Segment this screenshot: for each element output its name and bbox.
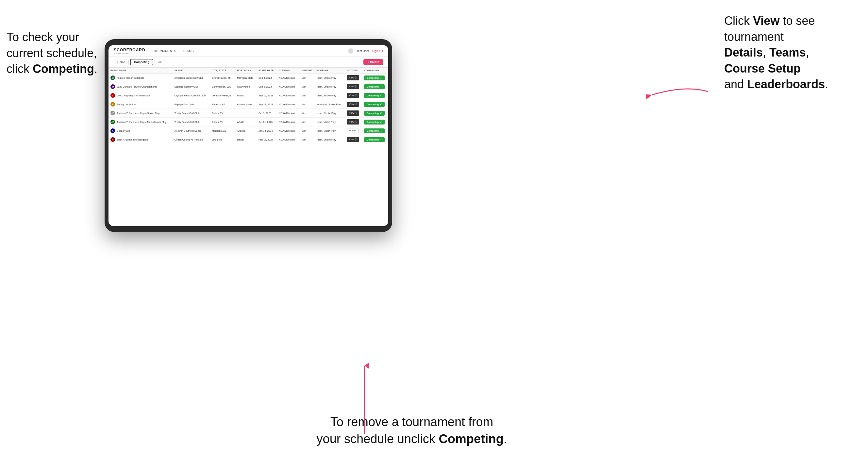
annotation-top-right: Click View to see tournament Details, Te… bbox=[724, 13, 862, 92]
logo-sub: Powered by clippi bbox=[114, 52, 146, 54]
cell-event-name: P Papago Individual bbox=[108, 100, 173, 109]
col-city-state: CITY, STATE bbox=[210, 68, 235, 73]
cell-start-date: Oct 11, 2023 bbox=[256, 118, 277, 126]
view-button[interactable]: View ⓘ bbox=[347, 119, 359, 125]
team-logo: I bbox=[111, 93, 115, 98]
table-row: H John A. Burns Intercollegiate Ocean Co… bbox=[108, 135, 388, 144]
cell-competing: Competing ✓ bbox=[362, 126, 388, 135]
cell-venue: American Dunes Golf Club bbox=[173, 73, 210, 82]
create-button[interactable]: + Create bbox=[364, 59, 383, 65]
cell-competing: Competing ✓ bbox=[362, 118, 388, 126]
cell-event-name: A Copper Cup bbox=[108, 126, 173, 135]
cell-event-name: W 2023 Sahalee Players Championship bbox=[108, 82, 173, 91]
cell-actions: View ⓘ bbox=[345, 82, 362, 91]
cell-competing: Competing ✓ bbox=[362, 109, 388, 118]
event-name-text: Papago Individual bbox=[117, 103, 136, 106]
cell-scoring: team, Stroke Play bbox=[315, 109, 345, 118]
cell-actions: View ⓘ bbox=[345, 91, 362, 100]
cell-city: Phoenix, AZ bbox=[210, 100, 235, 109]
tournaments-table: EVENT NAME VENUE CITY, STATE HOSTED BY S… bbox=[108, 68, 388, 144]
team-logo: JS bbox=[111, 111, 115, 115]
cell-actions: View ⓘ bbox=[345, 135, 362, 144]
view-button[interactable]: View ⓘ bbox=[347, 111, 359, 116]
competing-button[interactable]: Competing ✓ bbox=[364, 128, 385, 133]
sign-out-link[interactable]: Sign out bbox=[372, 49, 383, 53]
cell-venue: Ocean Course At Hokuala bbox=[173, 135, 210, 144]
logo-text: SCOREBOARD bbox=[114, 48, 146, 52]
cell-venue: Papago Golf Club bbox=[173, 100, 210, 109]
col-start-date: START DATE bbox=[256, 68, 277, 73]
cell-scoring: team, Stroke Play bbox=[315, 135, 345, 144]
annotation-bottom: To remove a tournament from your schedul… bbox=[281, 414, 542, 447]
table-row: I OFCC Fighting Illini Invitational Olym… bbox=[108, 91, 388, 100]
cell-city: Maricopa, AZ bbox=[210, 126, 235, 135]
competing-button[interactable]: Competing ✓ bbox=[364, 93, 385, 98]
team-logo: W bbox=[111, 84, 115, 89]
col-division: DIVISION bbox=[277, 68, 299, 73]
filter-tab-all[interactable]: All bbox=[155, 59, 165, 65]
view-button[interactable]: View ⓘ bbox=[347, 75, 359, 81]
cell-start-date: Oct 9, 2023 bbox=[256, 109, 277, 118]
view-button[interactable]: View ⓘ bbox=[347, 137, 359, 142]
competing-button[interactable]: Competing ✓ bbox=[364, 137, 385, 142]
cell-event-name: M Folds of Honor Collegiate bbox=[108, 73, 173, 82]
table-container: EVENT NAME VENUE CITY, STATE HOSTED BY S… bbox=[108, 68, 388, 226]
cell-gender: Men bbox=[300, 118, 315, 126]
table-row: JS Jackson T. Stephens Cup – Men's Match… bbox=[108, 118, 388, 126]
cell-hosted: Illinois bbox=[235, 91, 256, 100]
event-name-text: OFCC Fighting Illini Invitational bbox=[117, 94, 150, 97]
cell-gender: Men bbox=[300, 82, 315, 91]
cell-venue: Trinity Forest Golf Club bbox=[173, 109, 210, 118]
col-venue: VENUE bbox=[173, 68, 210, 73]
nav-teams[interactable]: TEAMS bbox=[183, 49, 194, 53]
team-logo: P bbox=[111, 102, 115, 106]
cell-start-date: Sep 15, 2023 bbox=[256, 91, 277, 100]
cell-city: Sammamish, WA bbox=[210, 82, 235, 91]
cell-venue: Ak-Chin Southern Dunes bbox=[173, 126, 210, 135]
team-logo: M bbox=[111, 75, 115, 80]
logo-area: SCOREBOARD Powered by clippi bbox=[114, 48, 146, 54]
filter-bar: Home Competing All + Create bbox=[108, 57, 388, 68]
filter-tab-home[interactable]: Home bbox=[114, 59, 129, 65]
col-scoring: SCORING bbox=[315, 68, 345, 73]
cell-event-name: JS Jackson T. Stephens Cup – Stroke Play bbox=[108, 109, 173, 118]
cell-gender: Men bbox=[300, 91, 315, 100]
cell-scoring: team, Stroke Play bbox=[315, 91, 345, 100]
view-button[interactable]: View ⓘ bbox=[347, 84, 359, 89]
cell-start-date: Sep 4, 2023 bbox=[256, 73, 277, 82]
cell-competing: Competing ✓ bbox=[362, 135, 388, 144]
arrow-view-btn bbox=[646, 79, 711, 104]
edit-button[interactable]: ✏ Edit bbox=[347, 128, 359, 133]
cell-scoring: team, Stroke Play bbox=[315, 73, 345, 82]
competing-button[interactable]: Competing ✓ bbox=[364, 111, 385, 116]
table-header-row: EVENT NAME VENUE CITY, STATE HOSTED BY S… bbox=[108, 68, 388, 73]
view-button[interactable]: View ⓘ bbox=[347, 102, 359, 107]
table-row: M Folds of Honor Collegiate American Dun… bbox=[108, 73, 388, 82]
nav-tournaments[interactable]: TOURNAMENTS bbox=[152, 49, 177, 53]
user-name: Test User bbox=[356, 49, 369, 53]
competing-button[interactable]: Competing ✓ bbox=[364, 102, 385, 107]
view-button[interactable]: View ⓘ bbox=[347, 93, 359, 98]
cell-division: NCAA Division I bbox=[277, 109, 299, 118]
nav-links: TOURNAMENTS TEAMS bbox=[152, 49, 348, 53]
team-logo: JS bbox=[111, 120, 115, 124]
nav-right: Test User Sign out bbox=[348, 49, 383, 54]
cell-city: Olympia Fields, IL bbox=[210, 91, 235, 100]
cell-competing: Competing ✓ bbox=[362, 73, 388, 82]
cell-scoring: team, Stroke Play bbox=[315, 82, 345, 91]
team-logo: H bbox=[111, 137, 115, 142]
user-icon bbox=[348, 49, 353, 54]
col-actions: ACTIONS bbox=[345, 68, 362, 73]
competing-button[interactable]: Competing ✓ bbox=[364, 84, 385, 89]
cell-hosted: ABAC bbox=[235, 118, 256, 126]
competing-button[interactable]: Competing ✓ bbox=[364, 75, 385, 81]
cell-division: NCAA Division I bbox=[277, 118, 299, 126]
filter-tab-competing[interactable]: Competing bbox=[130, 59, 153, 65]
cell-start-date: Sep 9, 2023 bbox=[256, 82, 277, 91]
cell-hosted: Washington bbox=[235, 82, 256, 91]
cell-event-name: H John A. Burns Intercollegiate bbox=[108, 135, 173, 144]
cell-gender: Men bbox=[300, 109, 315, 118]
competing-button[interactable]: Competing ✓ bbox=[364, 120, 385, 125]
cell-scoring: team, Match Play bbox=[315, 126, 345, 135]
cell-gender: Men bbox=[300, 73, 315, 82]
